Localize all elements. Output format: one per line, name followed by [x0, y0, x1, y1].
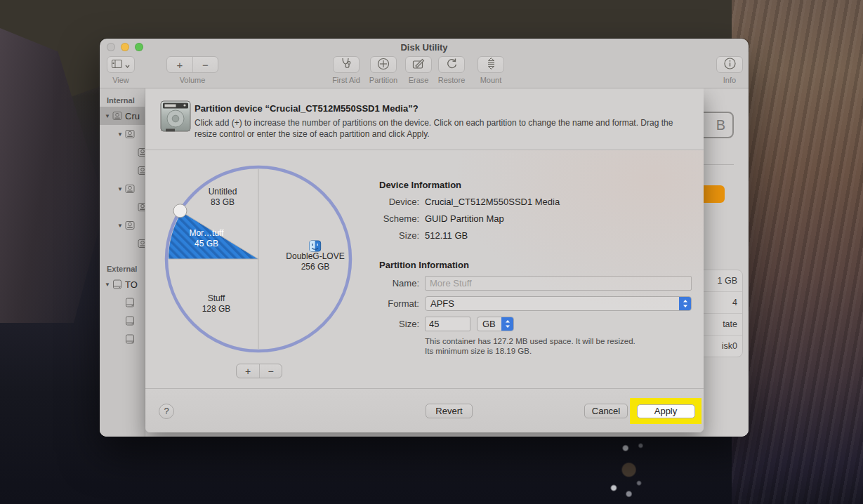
size-unit-select[interactable]: GB: [477, 317, 514, 331]
info-label: Info: [712, 76, 747, 84]
sheet-description: Click add (+) to increase the number of …: [195, 117, 692, 140]
pie-slice-size-mor-tuff: 45 GB: [195, 239, 218, 248]
view-label: View: [107, 76, 135, 84]
volume-label: Volume: [166, 76, 218, 84]
mount-icon: [487, 58, 496, 72]
window-chrome: Disk Utility View + − Volume First Aid: [100, 39, 749, 88]
erase-button[interactable]: [405, 56, 432, 73]
device-info-row: Scheme:GUID Partition Map: [379, 211, 504, 225]
apply-button[interactable]: Apply: [637, 404, 695, 418]
pie-slice-size-doubleg-love: 256 GB: [301, 262, 330, 272]
disclosure-triangle-icon[interactable]: ▼: [104, 281, 111, 288]
restore-button[interactable]: [438, 56, 465, 73]
sidebar-section-header-external: External: [100, 263, 145, 275]
sidebar-item-label: TO: [125, 279, 138, 290]
sheet-footer: ? Revert Cancel Apply: [145, 388, 704, 432]
partition-information-heading: Partition Information: [379, 260, 469, 270]
sidebar-item[interactable]: [100, 143, 145, 161]
volume-segmented-control: + −: [166, 56, 218, 73]
add-partition-button[interactable]: +: [237, 364, 259, 378]
sidebar-item[interactable]: [100, 198, 145, 216]
disclosure-triangle-icon[interactable]: ▼: [117, 223, 124, 229]
sidebar-view-icon: [112, 59, 122, 70]
disclosure-triangle-icon[interactable]: ▼: [117, 186, 124, 192]
info-button[interactable]: [716, 56, 743, 73]
revert-button[interactable]: Revert: [426, 404, 473, 418]
sidebar-item[interactable]: [100, 234, 145, 253]
name-input[interactable]: [425, 276, 692, 291]
device-info-value: GUID Partition Map: [425, 213, 504, 224]
view-button[interactable]: [107, 56, 135, 73]
device-info-label: Size:: [379, 230, 419, 241]
external-disk-icon: [112, 279, 122, 289]
device-info-row: Size:512.11 GB: [379, 228, 468, 242]
sidebar-item[interactable]: [100, 161, 145, 180]
internal-disk-icon: [138, 147, 145, 157]
partition-add-remove-control: + −: [236, 364, 282, 378]
internal-disk-icon: [125, 129, 135, 139]
internal-disk-icon: [138, 166, 145, 175]
size-label: Size:: [379, 319, 419, 329]
sidebar-item[interactable]: [100, 330, 145, 348]
stepper-chevrons-icon: [679, 297, 691, 310]
window-title: Disk Utility: [100, 42, 749, 53]
partition-resize-handle[interactable]: [173, 204, 187, 218]
cancel-button[interactable]: Cancel: [584, 404, 628, 418]
name-label: Name:: [379, 278, 419, 289]
internal-disk-icon: [125, 184, 135, 194]
apply-highlight-annotation: Apply: [630, 398, 701, 424]
pie-slice-name-untitled: Untitled: [209, 187, 237, 197]
format-value: APFS: [426, 298, 679, 309]
erase-icon: [412, 58, 425, 72]
size-input[interactable]: [425, 317, 470, 331]
size-row: Size:: [379, 317, 419, 331]
resize-note-line2: Its minimum size is 18.19 GB.: [425, 347, 532, 355]
format-select[interactable]: APFS: [425, 296, 692, 311]
sidebar-item[interactable]: ▼: [100, 125, 145, 143]
sidebar-item-to[interactable]: ▼TO: [100, 275, 145, 293]
internal-disk-icon: [138, 239, 145, 248]
info-icon: [724, 58, 736, 72]
pie-slice-size-stuff: 128 GB: [202, 304, 231, 314]
pie-slice-name-doubleg-love: DoubleG-LOVE: [286, 251, 344, 261]
partition-pie-icon: [377, 58, 390, 72]
device-info-value: Crucial_CT512M550SSD1 Media: [425, 197, 560, 207]
sidebar: Internal▼Cru▼▼▼External▼TO: [100, 88, 145, 437]
size-unit-value: GB: [477, 319, 501, 329]
remove-volume-button[interactable]: −: [192, 57, 218, 72]
help-button[interactable]: ?: [159, 404, 174, 419]
partition-button[interactable]: [370, 56, 397, 73]
sidebar-item[interactable]: [100, 293, 145, 312]
partition-pie-chart: DoubleG-LOVE256 GBStuff128 GBMor…tuff45 …: [160, 161, 357, 357]
sidebar-item-cru[interactable]: ▼Cru: [100, 107, 145, 125]
sidebar-item-label: Cru: [125, 111, 140, 121]
resize-note-line1: This container has 127.2 MB used space. …: [425, 337, 635, 345]
sidebar-item[interactable]: ▼: [100, 216, 145, 234]
pie-slice-name-stuff: Stuff: [208, 293, 225, 303]
wallpaper-ocean-rock: [588, 441, 673, 501]
wallpaper-cliff: [732, 0, 863, 504]
sheet-title: Partition device “Crucial_CT512M550SSD1 …: [195, 103, 419, 114]
sheet-header-divider: [145, 150, 704, 150]
external-disk-icon: [125, 316, 135, 326]
first-aid-button[interactable]: [333, 56, 360, 73]
first-aid-label: First Aid: [329, 76, 364, 84]
disk-utility-window: Disk Utility View + − Volume First Aid: [100, 39, 749, 437]
internal-disk-icon: [112, 111, 122, 121]
pie-slice-size-untitled: 83 GB: [211, 197, 235, 207]
add-volume-button[interactable]: +: [167, 57, 192, 72]
internal-disk-icon: [138, 202, 145, 212]
partition-sheet: Partition device “Crucial_CT512M550SSD1 …: [145, 88, 704, 432]
disclosure-triangle-icon[interactable]: ▼: [104, 113, 111, 119]
disclosure-triangle-icon[interactable]: ▼: [117, 131, 124, 138]
external-disk-icon: [125, 334, 135, 344]
sidebar-item[interactable]: ▼: [100, 180, 145, 198]
remove-partition-button[interactable]: −: [259, 364, 282, 378]
sidebar-item[interactable]: [100, 312, 145, 330]
mount-button[interactable]: [477, 56, 504, 73]
external-disk-icon: [125, 298, 135, 307]
device-info-label: Scheme:: [379, 213, 419, 224]
mount-label: Mount: [473, 76, 508, 84]
device-info-value: 512.11 GB: [425, 230, 468, 241]
restore-label: Restore: [434, 76, 469, 84]
